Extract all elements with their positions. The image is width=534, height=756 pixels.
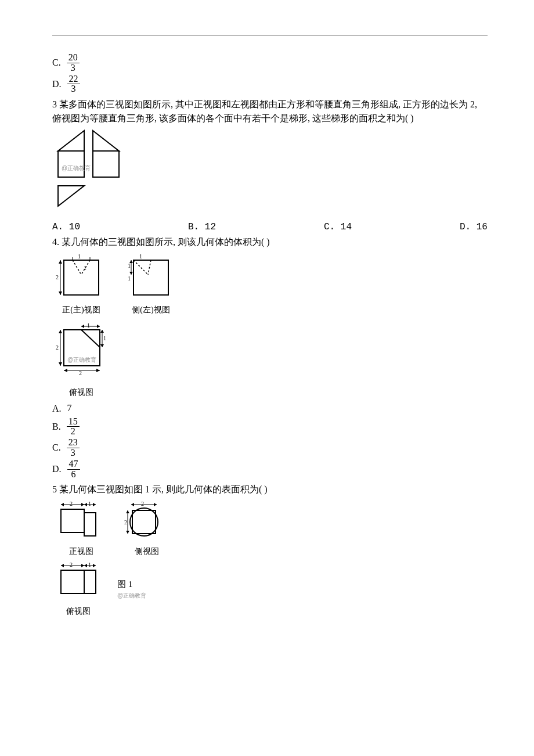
- fraction-num: 22: [67, 74, 80, 85]
- svg-line-26: [81, 330, 100, 347]
- q3-option-b: B. 12: [188, 220, 216, 234]
- fraction-num: 47: [67, 459, 80, 470]
- q4-figure-row1: 1 2 1 正(主)视图 1 1 1 侧(左)视图: [52, 251, 488, 316]
- svg-rect-58: [132, 510, 156, 534]
- q3-option-a: A. 10: [52, 220, 80, 234]
- svg-marker-42: [96, 369, 100, 372]
- fraction-num: 15: [67, 417, 80, 427]
- svg-marker-2: [93, 131, 119, 151]
- svg-marker-30: [97, 325, 100, 328]
- fraction: 15 2: [67, 417, 80, 437]
- q5-front-label: 正视图: [52, 545, 110, 557]
- q4-option-c: C. 23 3: [52, 438, 488, 458]
- fraction-den: 6: [67, 470, 80, 480]
- svg-line-17: [134, 260, 148, 275]
- svg-rect-71: [61, 570, 84, 593]
- svg-marker-23: [129, 260, 133, 263]
- option-label: C.: [52, 441, 61, 455]
- option-label: B.: [52, 420, 61, 434]
- svg-text:2: 2: [141, 501, 144, 507]
- q4-front-label: 正(主)视图: [52, 304, 110, 316]
- svg-rect-51: [61, 509, 84, 532]
- svg-marker-48: [81, 503, 84, 506]
- svg-marker-41: [64, 369, 67, 372]
- svg-text:2: 2: [79, 370, 82, 376]
- svg-marker-4: [58, 186, 84, 206]
- svg-text:1: 1: [139, 253, 142, 260]
- svg-text:1: 1: [128, 262, 131, 269]
- q5-figure-row1: 2 1 正视图 2 2 侧视图: [52, 499, 488, 557]
- svg-marker-24: [129, 272, 133, 275]
- svg-marker-62: [126, 531, 129, 534]
- watermark: @正确教育: [62, 164, 96, 172]
- fraction-den: 3: [67, 448, 80, 458]
- fraction-den: 3: [67, 63, 80, 73]
- q4-option-a: A. 7: [52, 401, 488, 415]
- svg-marker-56: [154, 503, 157, 506]
- svg-marker-55: [131, 503, 134, 506]
- fraction-den: 3: [67, 84, 80, 94]
- q5-figure-top: 2 1 俯视图 图 1 @正确教育: [52, 560, 488, 617]
- q4-option-b: B. 15 2: [52, 417, 488, 437]
- q2-option-c: C. 20 3: [52, 53, 488, 73]
- svg-marker-50: [93, 503, 96, 506]
- q3-figure: @正确教育: [52, 128, 488, 218]
- svg-text:2: 2: [124, 519, 127, 525]
- svg-text:1: 1: [88, 501, 91, 507]
- q3-option-d: D. 16: [460, 220, 488, 234]
- option-label: D.: [52, 462, 62, 476]
- q3-text: 3 某多面体的三视图如图所示, 其中正视图和左视图都由正方形和等腰直角三角形组成…: [52, 98, 488, 125]
- q4-figure-top: 1 1 2 2 @正确教育 俯视图: [52, 319, 488, 398]
- svg-text:1: 1: [103, 335, 106, 341]
- svg-marker-13: [59, 260, 62, 264]
- svg-rect-3: [93, 151, 119, 177]
- svg-marker-33: [100, 330, 104, 333]
- q4-top-label: 俯视图: [52, 386, 110, 398]
- q5-top-label: 俯视图: [52, 605, 104, 617]
- svg-text:2: 2: [56, 274, 59, 280]
- svg-marker-67: [61, 564, 64, 567]
- q2-option-d: D. 22 3: [52, 74, 488, 95]
- svg-text:1: 1: [84, 265, 86, 271]
- svg-marker-61: [126, 510, 129, 513]
- q3-option-c: C. 14: [324, 220, 352, 234]
- q5-fig-label: 图 1: [117, 579, 132, 589]
- svg-rect-52: [84, 513, 96, 536]
- svg-marker-37: [59, 330, 62, 333]
- svg-marker-14: [59, 291, 62, 295]
- svg-marker-70: [93, 564, 96, 567]
- svg-text:1: 1: [88, 561, 91, 568]
- watermark: @正确教育: [67, 355, 102, 364]
- svg-text:2: 2: [70, 501, 73, 507]
- fraction-num: 20: [67, 53, 80, 63]
- option-label: A.: [52, 402, 62, 416]
- svg-text:1: 1: [78, 253, 81, 260]
- q5-text: 5 某几何体三视图如图 1 示, 则此几何体的表面积为( ): [52, 483, 488, 496]
- option-value: 7: [67, 404, 72, 413]
- svg-point-57: [130, 508, 158, 536]
- fraction: 22 3: [67, 74, 80, 95]
- q4-side-label: 侧(左)视图: [122, 304, 180, 316]
- fraction-den: 2: [67, 427, 80, 437]
- fraction: 47 6: [67, 459, 80, 480]
- option-label: C.: [52, 56, 61, 70]
- svg-marker-0: [58, 131, 84, 151]
- page-divider: [52, 35, 488, 35]
- svg-marker-34: [100, 344, 104, 347]
- svg-marker-29: [81, 325, 84, 328]
- watermark: @正确教育: [117, 591, 146, 600]
- fraction: 23 3: [67, 438, 80, 458]
- q5-side-label: 侧视图: [121, 545, 173, 557]
- fraction-num: 23: [67, 438, 80, 448]
- svg-line-6: [73, 260, 81, 275]
- svg-text:1: 1: [128, 275, 131, 282]
- svg-line-18: [148, 260, 151, 275]
- svg-text:1: 1: [87, 322, 90, 329]
- svg-marker-68: [81, 564, 84, 567]
- q3-options-row: A. 10 B. 12 C. 14 D. 16: [52, 220, 488, 234]
- q4-option-d: D. 47 6: [52, 459, 488, 480]
- svg-marker-47: [61, 503, 64, 506]
- svg-marker-69: [84, 564, 87, 567]
- svg-rect-5: [64, 260, 99, 295]
- q4-text: 4. 某几何体的三视图如图所示, 则该几何体的体积为( ): [52, 235, 488, 249]
